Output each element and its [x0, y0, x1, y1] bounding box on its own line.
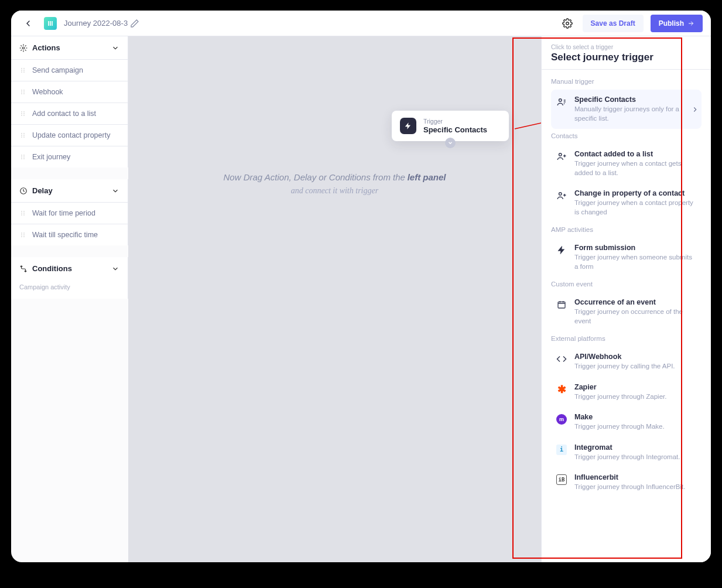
svg-point-34 [21, 213, 22, 214]
svg-point-48 [559, 193, 562, 196]
svg-point-40 [21, 234, 22, 235]
save-draft-button[interactable]: Save as Draft [583, 15, 644, 32]
trigger-option[interactable]: Occurrence of an eventTrigger journey on… [551, 292, 702, 331]
drag-handle-icon [19, 132, 26, 139]
trigger-panel: Click to select a trigger Select journey… [541, 36, 711, 562]
sidebar-item-label: Send campaign [32, 66, 83, 74]
journey-name-text: Journey 2022-08-3 [64, 19, 128, 28]
svg-point-44 [23, 236, 25, 237]
trigger-title: Specific Contacts [423, 125, 487, 134]
zapier-icon: ✱ [556, 384, 567, 395]
drag-handle-icon [19, 110, 26, 117]
sidebar-item[interactable]: Update contact property [11, 124, 128, 146]
svg-point-37 [23, 213, 25, 214]
chevron-right-icon [691, 105, 699, 114]
trigger-option-title: Integromat [574, 443, 697, 452]
journey-canvas[interactable]: Trigger Specific Contacts Now Drag Actio… [128, 36, 541, 562]
chevron-down-icon [111, 44, 119, 52]
trigger-option-desc: Trigger journey when a contact gets adde… [574, 159, 697, 177]
sidebar-item-label: Wait for time period [32, 209, 95, 217]
code-icon [556, 353, 567, 365]
trigger-option[interactable]: iBInfluencerbitTrigger journey through I… [551, 467, 702, 498]
svg-point-46 [559, 99, 562, 102]
svg-point-25 [23, 136, 25, 138]
trigger-option[interactable]: mMakeTrigger journey through Make. [551, 407, 702, 437]
back-button[interactable] [19, 15, 37, 32]
svg-point-15 [21, 113, 22, 114]
svg-point-23 [23, 133, 25, 134]
trigger-option-title: Make [574, 413, 697, 421]
svg-point-2 [21, 68, 22, 69]
sidebar-item[interactable]: Wait for time period [11, 202, 128, 224]
svg-point-19 [23, 115, 25, 116]
svg-point-28 [21, 158, 22, 159]
svg-line-45 [515, 104, 541, 129]
trigger-group-label: Contacts [551, 132, 702, 139]
sidebar-item-label: Update contact property [32, 131, 110, 139]
svg-point-3 [21, 70, 22, 71]
trigger-option[interactable]: Specific ContactsManually trigger journe… [551, 90, 702, 129]
trigger-option-desc: Trigger journey through Make. [574, 422, 697, 432]
clock-icon [19, 187, 28, 195]
sidebar-item-label: Webhook [32, 88, 63, 96]
section-actions-label: Actions [32, 43, 60, 52]
svg-point-18 [23, 113, 25, 114]
settings-button[interactable] [559, 15, 576, 32]
trigger-option-title: API/Webhook [574, 353, 697, 361]
trigger-option-title: Zapier [574, 383, 697, 391]
trigger-option[interactable]: iIntegromatTrigger journey through Integ… [551, 437, 702, 468]
pencil-icon [130, 19, 139, 28]
trigger-option[interactable]: Form submissionTrigger journey when some… [551, 238, 702, 277]
canvas-hint: Now Drag Action, Delay or Conditions fro… [218, 172, 452, 196]
branch-icon [19, 265, 28, 273]
trigger-option-desc: Trigger journey through InfluencerBit. [574, 483, 697, 492]
trigger-option[interactable]: API/WebhookTrigger journey by calling th… [551, 347, 702, 377]
node-output-port[interactable] [445, 138, 456, 148]
svg-point-42 [23, 233, 25, 234]
sidebar-item[interactable]: Add contact to a list [11, 102, 128, 124]
section-actions[interactable]: Actions [11, 36, 128, 59]
sidebar-item-label: Add contact to a list [32, 110, 96, 118]
integromat-icon: i [556, 444, 567, 456]
bolt-icon [556, 244, 567, 256]
svg-point-43 [23, 234, 25, 235]
svg-point-1 [22, 47, 25, 49]
svg-point-30 [23, 156, 25, 158]
person-plus-icon [556, 151, 567, 162]
publish-button[interactable]: Publish [651, 15, 703, 32]
chevron-down-icon [111, 187, 119, 195]
trigger-option[interactable]: ✱ZapierTrigger journey through Zapier. [551, 377, 702, 408]
trigger-option-title: Contact added to a list [574, 150, 697, 158]
sidebar-item[interactable]: Send campaign [11, 59, 128, 81]
svg-point-16 [21, 115, 22, 116]
person-plus-icon [556, 190, 567, 201]
annotation-arrow [512, 100, 541, 135]
svg-point-9 [21, 91, 22, 93]
trigger-option[interactable]: Change in property of a contactTrigger j… [551, 183, 702, 223]
trigger-option-desc: Manually trigger journeys only for a spe… [574, 105, 697, 123]
journey-name[interactable]: Journey 2022-08-3 [64, 19, 139, 28]
svg-point-26 [21, 155, 22, 156]
sidebar-item[interactable]: Exit journey [11, 146, 128, 167]
section-conditions[interactable]: Conditions [11, 257, 128, 280]
svg-point-8 [21, 90, 22, 91]
trigger-option-title: Change in property of a contact [574, 189, 697, 197]
svg-point-35 [21, 214, 22, 216]
trigger-panel-title: Select journey trigger [551, 52, 702, 63]
sidebar-item[interactable]: Webhook [11, 81, 128, 102]
svg-point-39 [21, 233, 22, 234]
sidebar-item-label: Exit journey [32, 153, 70, 161]
svg-point-6 [23, 70, 25, 71]
trigger-option-title: Influencerbit [574, 473, 697, 481]
trigger-group-label: AMP activities [551, 226, 702, 233]
svg-point-38 [23, 214, 25, 216]
svg-point-4 [21, 71, 22, 73]
drag-handle-icon [19, 153, 26, 160]
sidebar-item[interactable]: Wait till specific time [11, 224, 128, 245]
trigger-node[interactable]: Trigger Specific Contacts [392, 111, 509, 141]
section-delay[interactable]: Delay [11, 179, 128, 202]
make-icon: m [556, 413, 567, 425]
trigger-option[interactable]: Contact added to a listTrigger journey w… [551, 144, 702, 183]
trigger-option-desc: Trigger journey when a contact property … [574, 199, 697, 217]
trigger-option-title: Occurrence of an event [574, 298, 697, 306]
